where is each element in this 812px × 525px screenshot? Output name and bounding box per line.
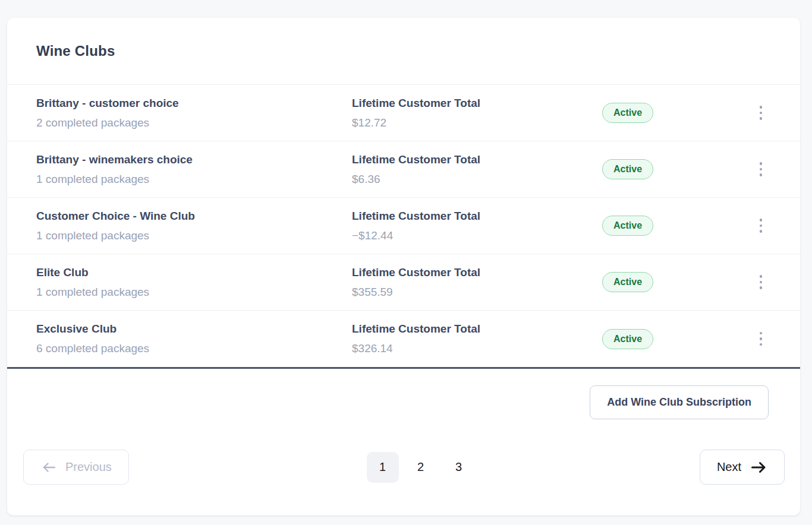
club-packages: 1 completed packages — [36, 284, 352, 300]
table-row: Exclusive Club 6 completed packages Life… — [7, 311, 800, 367]
status-cell: Active — [602, 272, 756, 292]
status-cell: Active — [602, 329, 756, 349]
lifetime-total-label: Lifetime Customer Total — [352, 265, 602, 280]
lifetime-total-label: Lifetime Customer Total — [352, 96, 602, 111]
club-name: Brittany - customer choice — [36, 96, 352, 111]
page-numbers: 1 2 3 — [367, 452, 475, 483]
club-name: Elite Club — [36, 265, 352, 280]
status-cell: Active — [602, 159, 756, 179]
pagination: Previous 1 2 3 Next — [23, 450, 785, 485]
wine-clubs-panel: Wine Clubs Brittany - customer choice 2 … — [7, 18, 800, 515]
lifetime-total-value: $326.14 — [352, 341, 602, 356]
status-badge: Active — [602, 329, 653, 349]
club-name: Customer Choice - Wine Club — [36, 208, 352, 224]
kebab-menu-icon[interactable] — [756, 102, 766, 124]
table-row: Brittany - customer choice 2 completed p… — [7, 85, 800, 141]
lifetime-total-value: −$12.44 — [352, 228, 602, 243]
club-info-cell: Brittany - customer choice 2 completed p… — [36, 96, 352, 130]
lifetime-total-cell: Lifetime Customer Total $6.36 — [352, 152, 602, 186]
lifetime-total-label: Lifetime Customer Total — [352, 152, 602, 167]
club-name: Exclusive Club — [36, 321, 352, 337]
status-badge: Active — [602, 103, 653, 123]
page-button-2[interactable]: 2 — [405, 452, 437, 483]
status-badge: Active — [602, 159, 653, 179]
lifetime-total-value: $6.36 — [352, 172, 602, 187]
club-packages: 6 completed packages — [36, 341, 352, 356]
status-badge: Active — [602, 272, 653, 292]
kebab-menu-icon[interactable] — [756, 271, 766, 293]
lifetime-total-cell: Lifetime Customer Total $326.14 — [352, 321, 602, 356]
lifetime-total-label: Lifetime Customer Total — [352, 208, 602, 224]
club-info-cell: Brittany - winemakers choice 1 completed… — [36, 152, 352, 186]
club-packages: 2 completed packages — [36, 115, 352, 131]
status-cell: Active — [602, 103, 756, 123]
page-title: Wine Clubs — [36, 43, 115, 59]
lifetime-total-cell: Lifetime Customer Total $355.59 — [352, 265, 602, 299]
lifetime-total-value: $12.72 — [352, 115, 602, 131]
table-row: Customer Choice - Wine Club 1 completed … — [7, 198, 800, 254]
table-row: Elite Club 1 completed packages Lifetime… — [7, 254, 800, 311]
next-button[interactable]: Next — [700, 450, 785, 485]
previous-button-label: Previous — [65, 460, 112, 474]
panel-header: Wine Clubs — [7, 18, 800, 85]
row-actions-cell — [756, 159, 766, 180]
row-actions-cell — [756, 215, 766, 236]
kebab-menu-icon[interactable] — [756, 215, 766, 236]
lifetime-total-cell: Lifetime Customer Total $12.72 — [352, 96, 602, 130]
lifetime-total-value: $355.59 — [352, 284, 602, 300]
row-actions-cell — [756, 328, 766, 350]
row-actions-cell — [756, 271, 766, 293]
club-info-cell: Exclusive Club 6 completed packages — [36, 321, 352, 356]
arrow-right-icon — [750, 460, 767, 475]
status-cell: Active — [602, 216, 756, 236]
club-info-cell: Customer Choice - Wine Club 1 completed … — [36, 208, 352, 243]
page-button-3[interactable]: 3 — [443, 452, 475, 483]
lifetime-total-label: Lifetime Customer Total — [352, 321, 602, 337]
club-packages: 1 completed packages — [36, 228, 352, 243]
page-button-1[interactable]: 1 — [367, 452, 399, 483]
status-badge: Active — [602, 216, 653, 236]
previous-button[interactable]: Previous — [23, 450, 129, 485]
next-button-label: Next — [717, 460, 741, 474]
table-row: Brittany - winemakers choice 1 completed… — [7, 141, 800, 198]
club-packages: 1 completed packages — [36, 172, 352, 187]
club-info-cell: Elite Club 1 completed packages — [36, 265, 352, 299]
kebab-menu-icon[interactable] — [756, 328, 766, 350]
wine-clubs-list: Brittany - customer choice 2 completed p… — [7, 85, 800, 369]
add-wine-club-subscription-button[interactable]: Add Wine Club Subscription — [590, 385, 769, 419]
arrow-left-icon — [40, 460, 57, 475]
kebab-menu-icon[interactable] — [756, 159, 766, 180]
lifetime-total-cell: Lifetime Customer Total −$12.44 — [352, 208, 602, 243]
club-name: Brittany - winemakers choice — [36, 152, 352, 167]
row-actions-cell — [756, 102, 766, 124]
